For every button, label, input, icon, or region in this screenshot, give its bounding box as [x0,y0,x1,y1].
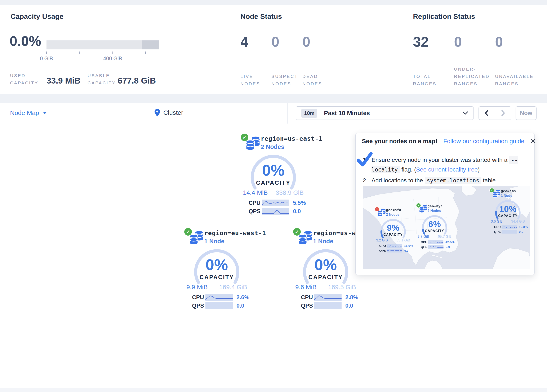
locality-tree-link[interactable]: See current locality tree [416,166,478,173]
used-capacity-value: 14.4 MiB [243,189,268,196]
capacity-label: CAPACITY [378,233,408,237]
capacity-label: CAPACITY [420,229,449,233]
cpu-value: 2.6% [236,294,249,301]
capacity-percent: 0% [247,163,300,178]
capacity-percent: 0% [300,257,352,273]
time-step-forward-button[interactable] [495,107,511,120]
cpu-sparkline [205,294,233,301]
capacity-bar [47,41,159,49]
view-mode-label: Node Map [10,109,39,117]
cpu-label: CPU [301,294,314,301]
node-status-badge: ✓ [293,227,301,236]
page-footer-strip [0,388,547,392]
capacity-percent: 9% [378,223,408,232]
total-capacity-value: 169.5 GiB [328,283,356,291]
locality-node-card[interactable]: ✓ geo=nyc 2 Nodes [415,204,454,249]
qps-label: QPS [249,208,261,215]
total-ranges-label: TOTAL RANGES [413,73,440,87]
unavailable-ranges-count: 0 [495,34,537,49]
qps-sparkline [387,249,402,253]
capacity-tick [46,52,47,54]
capacity-gauge: 0% CAPACITY 14.4 MiB 338.9 GiB [247,154,300,198]
toolbar-divider [287,103,287,124]
under-replicated-ranges-label: UNDER-REPLICATED RANGES [454,65,492,87]
capacity-tick [145,52,146,54]
node-locality-label: region=eu-west-1 [204,229,252,237]
cpu-sparkline [387,244,402,248]
node-status-badge: ✓ [489,188,494,193]
node-locality-label: geo=sfo [386,208,413,212]
node-status-badge: ✓ [240,133,249,142]
qps-label: QPS [494,230,501,234]
cpu-sparkline [262,199,289,206]
cpu-sparkline [314,294,342,301]
capacity-percent: 10% [493,205,522,213]
step-text-segment: Add locations to the [371,177,425,184]
suspect-nodes-count: 0 [271,34,301,49]
usable-capacity-value: 677.8 GiB [118,76,156,85]
popup-title: See your nodes on a map! [362,138,438,145]
node-status-badge: 1 [375,207,380,212]
cpu-metric-row: CPU 2.8% [301,294,361,301]
qps-metric-row: QPS 0.0 [301,302,361,309]
capacity-label: CAPACITY [300,274,352,281]
now-button[interactable]: Now [516,106,537,120]
unavailable-ranges-label: UNAVAILABLE RANGES [495,73,537,87]
checkmark-icon [357,152,373,167]
chevron-left-icon [484,110,489,116]
total-capacity-value: 338.9 GiB [276,189,304,196]
capacity-bar-reserved-segment [142,41,159,49]
used-capacity-value: 33.9 MiB [47,76,80,85]
setup-step-1: 1. Ensure every node in your cluster was… [363,155,529,174]
qps-label: QPS [301,303,314,309]
used-capacity-value: 3.2 GiB [376,238,388,242]
node-locality-label: region=us-east-1 [261,135,309,142]
time-range-dropdown[interactable]: 10m Past 10 Minutes [296,106,474,120]
node-card-header: ✓ region=eu-west-1 1 Node [181,229,252,247]
total-capacity-value: 65.7 GiB [438,234,451,238]
step-text-segment: Ensure every node in your cluster was st… [371,157,509,163]
capacity-tick-label: 0 GiB [40,55,53,62]
locality-node-card[interactable]: ✓ region=us-west-1 1 Node [290,229,361,309]
cpu-sparkline [502,225,517,229]
close-icon[interactable]: ✕ [530,137,536,145]
cpu-value: 42.5% [446,241,455,244]
capacity-percent-value: 0.0% [10,34,41,48]
cpu-metric-row: CPU 5.5% [249,199,309,206]
used-capacity-label: USED CAPACITY [10,72,44,87]
qps-value: 0.0 [519,230,523,234]
dead-nodes-label: DEAD NODES [302,73,328,87]
time-step-back-button[interactable] [479,107,495,120]
node-card-header: ✓ region=us-west-1 1 Node [290,229,361,247]
breadcrumb[interactable]: Cluster [155,109,183,117]
capacity-tick [79,52,80,54]
qps-value: 0.0 [293,208,301,215]
locality-node-card[interactable]: 1 geo=sfo 2 Nodes [373,208,413,253]
qps-value: 0.0 [345,303,353,309]
view-toolbar: Node Map Cluster 10m Past 10 Minutes [0,103,547,124]
locality-node-card[interactable]: ✓ region=eu-west-1 1 Node [181,229,252,309]
qps-metric-row: QPS 0.0 [192,302,252,309]
qps-sparkline [428,245,444,249]
capacity-gauge: 10% CAPACITY 3.6 GiB 34.4 GiB [493,200,522,224]
view-mode-dropdown[interactable]: Node Map [10,109,47,117]
locality-node-card[interactable]: ✓ geo=ams 1 Node [488,189,528,234]
cluster-summary-bar: Capacity Usage 0.0% 0 GiB 400 GiB USED C… [0,5,547,94]
node-locality-label: geo=nyc [428,204,455,208]
total-capacity-value: 169.4 GiB [219,283,247,291]
capacity-label: CAPACITY [191,274,243,281]
capacity-percent: 0% [191,257,243,273]
mini-world-map: 1 geo=sfo 2 Nodes [363,186,530,269]
qps-label: QPS [192,303,205,309]
node-count-label: 1 Node [313,238,361,245]
node-card-header: ✓ region=us-east-1 2 Nodes [238,135,309,152]
locality-node-card[interactable]: ✓ region=us-east-1 2 Nodes [238,135,309,215]
configuration-guide-link[interactable]: Follow our configuration guide [443,138,524,145]
node-count-label: 2 Nodes [428,209,455,213]
used-capacity-value: 3.6 GiB [491,219,503,223]
node-card-header: 1 geo=sfo 2 Nodes [373,208,413,218]
capacity-gauge: 6% CAPACITY 3.7 GiB 65.7 GiB [420,215,449,239]
qps-sparkline [314,302,342,309]
cpu-value: 2.8% [345,294,358,301]
live-nodes-label: LIVE NODES [240,73,268,87]
